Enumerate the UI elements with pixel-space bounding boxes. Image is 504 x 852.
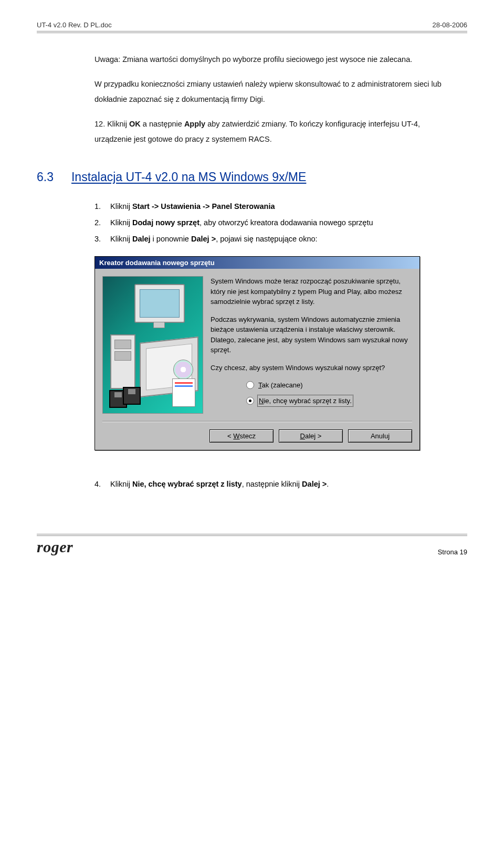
back-button[interactable]: < Wstecz: [209, 429, 274, 443]
dialog-titlebar: Kreator dodawania nowego sprzętu: [95, 257, 419, 269]
page-number: Strona 19: [438, 548, 467, 556]
header-rule: [37, 31, 467, 33]
brand-logo: roger: [37, 538, 73, 556]
item-text: Kliknij Nie, chcę wybrać sprzęt z listy,…: [110, 477, 329, 492]
radio-label: Tak (zalecane): [258, 380, 303, 391]
document-icon: [172, 378, 195, 407]
text: , następnie kliknij: [242, 480, 302, 488]
header-right: 28-08-2006: [433, 21, 468, 29]
list-item: 4. Kliknij Nie, chcę wybrać sprzęt z lis…: [94, 477, 467, 492]
next-label: Dalej >: [191, 235, 216, 243]
item-number: 4.: [94, 477, 105, 492]
radio-option-no[interactable]: Nie, chcę wybrać sprzęt z listy.: [246, 396, 412, 406]
cancel-button[interactable]: Anuluj: [348, 429, 412, 443]
item-text: Kliknij Dalej i ponownie Dalej >, pojawi…: [110, 232, 457, 247]
next-button[interactable]: Dalej >: [279, 429, 343, 443]
text: a następnie: [141, 120, 184, 128]
text: , aby otworzyć kreatora dodawania nowego…: [200, 218, 373, 227]
next-label: Dalej: [132, 235, 151, 243]
dialog-text: Podczas wykrywania, system Windows autom…: [211, 314, 412, 355]
radio-label: Nie, chcę wybrać sprzęt z listy.: [258, 396, 352, 406]
add-hardware-label: Dodaj nowy sprzęt: [132, 218, 200, 227]
section-heading: 6.3 Instalacja UT-4 v2.0 na MS Windows 9…: [37, 170, 467, 184]
dialog-text: System Windows może teraz rozpocząć posz…: [211, 276, 412, 307]
monitor-icon: [134, 284, 185, 323]
section-title: Instalacja UT-4 v2.0 na MS Windows 9x/ME: [71, 170, 306, 184]
advice-paragraph: W przypadku konieczności zmiany ustawień…: [94, 77, 457, 107]
next-label: Dalej >: [302, 480, 327, 488]
apply-label: Apply: [184, 120, 205, 128]
add-hardware-wizard-dialog: Kreator dodawania nowego sprzętu System …: [94, 256, 420, 450]
choose-from-list-label: Nie, chcę wybrać sprzęt z listy: [132, 480, 242, 488]
item-text: Kliknij Start -> Ustawienia -> Panel Ste…: [110, 199, 457, 214]
radio-icon: [246, 397, 254, 405]
text: Kliknij: [110, 235, 132, 243]
monitor-stand-icon: [153, 322, 165, 328]
wizard-illustration: [102, 276, 203, 414]
text: .: [327, 480, 329, 488]
list-item: 1. Kliknij Start -> Ustawienia -> Panel …: [94, 199, 457, 214]
radio-icon: [246, 381, 254, 389]
section-number: 6.3: [37, 170, 54, 184]
radio-option-yes[interactable]: Tak (zalecane): [246, 380, 412, 391]
item-number: 2.: [94, 215, 105, 230]
text: Kliknij: [110, 218, 132, 227]
text: , pojawi się następujące okno:: [216, 235, 317, 243]
dialog-question: Czy chcesz, aby system Windows wyszukał …: [211, 363, 412, 373]
cd-icon: [173, 360, 193, 380]
text: Kliknij: [110, 480, 132, 488]
page-footer: roger Strona 19: [37, 536, 467, 556]
menu-path: Start -> Ustawienia -> Panel Sterowania: [132, 202, 275, 211]
text: Kliknij: [110, 202, 132, 211]
item-text: Kliknij Dodaj nowy sprzęt, aby otworzyć …: [110, 215, 457, 230]
warning-paragraph: Uwaga: Zmiana wartości domyślnych po wyb…: [94, 52, 457, 67]
list-item: 3. Kliknij Dalej i ponownie Dalej >, poj…: [94, 232, 457, 247]
text: 12. Kliknij: [94, 120, 129, 128]
header-left: UT-4 v2.0 Rev. D PL.doc: [37, 21, 112, 29]
item-number: 3.: [94, 232, 105, 247]
floppy-icon: [123, 387, 141, 405]
item-number: 1.: [94, 199, 105, 214]
page-header: UT-4 v2.0 Rev. D PL.doc 28-08-2006: [37, 21, 467, 31]
ok-label: OK: [129, 120, 141, 128]
step-12-paragraph: 12. Kliknij OK a następnie Apply aby zat…: [94, 117, 457, 147]
text: i ponownie: [151, 235, 191, 243]
list-item: 2. Kliknij Dodaj nowy sprzęt, aby otworz…: [94, 215, 457, 230]
tower-icon: [110, 334, 135, 389]
